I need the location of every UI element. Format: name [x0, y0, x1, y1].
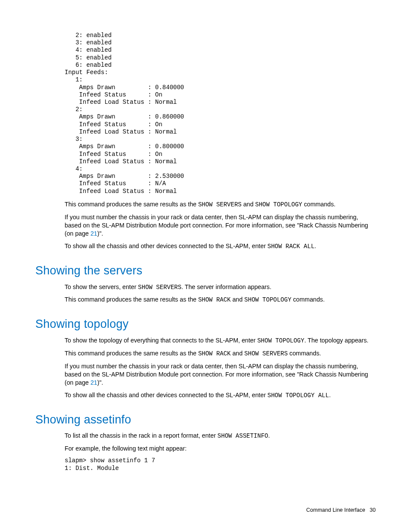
- text: . The topology appears.: [304, 337, 368, 344]
- text: To show all the chassis and other device…: [65, 243, 268, 249]
- text: .: [314, 243, 316, 249]
- cmd-show-topology-2: SHOW TOPOLOGY: [244, 296, 291, 303]
- text: To show all the chassis and other device…: [65, 392, 268, 398]
- page-link-21[interactable]: 21: [90, 230, 97, 237]
- text: . The server information appears.: [181, 283, 271, 290]
- cmd-show-rack-all: SHOW RACK ALL: [268, 243, 314, 250]
- text: commands.: [291, 296, 324, 303]
- cmd-show-topology-all: SHOW TOPOLOGY ALL: [268, 392, 329, 399]
- text: If you must number the chassis in your r…: [65, 214, 368, 237]
- paragraph-show-topology: To show the topology of everything that …: [65, 336, 376, 345]
- footer-page-number: 30: [370, 507, 376, 513]
- paragraph-show-topology-all: To show all the chassis and other device…: [65, 391, 376, 400]
- paragraph-example-intro: For example, the following text might ap…: [65, 445, 376, 453]
- text: To list all the chassis in the rack in a…: [65, 432, 218, 439]
- page-content: 2: enabled 3: enabled 4: enabled 5: enab…: [0, 0, 411, 532]
- text: )".: [97, 379, 103, 386]
- cmd-show-rack-2: SHOW RACK: [198, 350, 231, 357]
- page-link-21-b[interactable]: 21: [90, 379, 97, 386]
- text: commands.: [302, 201, 336, 208]
- text: and: [231, 296, 245, 303]
- terminal-output-2: slapm> show assetinfo 1 7 1: Dist. Modul…: [65, 457, 376, 472]
- paragraph-same-results-1: This command produces the same results a…: [65, 200, 376, 209]
- paragraph-chassis-numbering-2: If you must number the chassis in your r…: [65, 362, 376, 387]
- cmd-show-servers: SHOW SERVERS: [198, 201, 242, 208]
- footer-section: Command Line Interface: [306, 507, 365, 513]
- text: commands.: [288, 350, 321, 357]
- cmd-show-rack: SHOW RACK: [198, 296, 231, 303]
- cmd-show-servers-3: SHOW SERVERS: [244, 350, 288, 357]
- text: If you must number the chassis in your r…: [65, 363, 368, 386]
- terminal-output-1: 2: enabled 3: enabled 4: enabled 5: enab…: [65, 32, 376, 195]
- heading-showing-assetinfo: Showing assetinfo: [35, 412, 376, 427]
- text: )".: [97, 230, 103, 237]
- text: To show the topology of everything that …: [65, 337, 257, 344]
- cmd-show-servers-2: SHOW SERVERS: [138, 284, 181, 291]
- text: This command produces the same results a…: [65, 201, 198, 208]
- text: To show the servers, enter: [65, 283, 138, 290]
- heading-showing-servers: Showing the servers: [35, 263, 376, 278]
- paragraph-same-results-3: This command produces the same results a…: [65, 349, 376, 358]
- text: This command produces the same results a…: [65, 296, 198, 303]
- text: and: [231, 350, 245, 357]
- page-footer: Command Line Interface 30: [306, 507, 376, 514]
- paragraph-chassis-numbering-1: If you must number the chassis in your r…: [65, 213, 376, 238]
- cmd-show-assetinfo: SHOW ASSETINFO: [218, 432, 268, 439]
- text: This command produces the same results a…: [65, 350, 198, 357]
- heading-showing-topology: Showing topology: [35, 316, 376, 332]
- cmd-show-topology: SHOW TOPOLOGY: [255, 201, 302, 208]
- text: .: [329, 392, 331, 398]
- cmd-show-topology-3: SHOW TOPOLOGY: [257, 337, 304, 344]
- text: .: [268, 432, 270, 439]
- paragraph-same-results-2: This command produces the same results a…: [65, 296, 376, 304]
- paragraph-show-servers: To show the servers, enter SHOW SERVERS.…: [65, 283, 376, 292]
- paragraph-show-assetinfo: To list all the chassis in the rack in a…: [65, 432, 376, 440]
- paragraph-show-rack-all: To show all the chassis and other device…: [65, 242, 376, 251]
- text: and: [242, 201, 255, 208]
